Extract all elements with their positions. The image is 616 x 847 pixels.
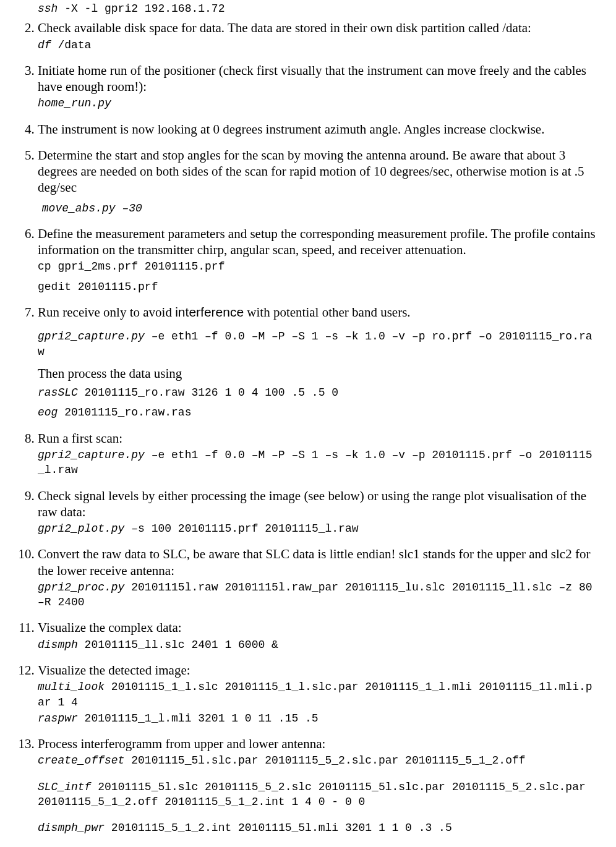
command: raspwr	[38, 712, 78, 725]
command: rasSLC	[38, 386, 78, 399]
code-line: gpri2_capture.py –e eth1 –f 0.0 –M –P –S…	[38, 329, 596, 359]
code-line: cp gpri_2ms.prf 20101115.prf	[38, 259, 596, 274]
list-item: Run a first scan: gpri2_capture.py –e et…	[38, 430, 596, 478]
command: gpri2_proc.py	[38, 581, 124, 594]
code-line: move_abs.py –30	[35, 201, 596, 216]
command: ssh	[38, 2, 58, 15]
command: eog	[38, 406, 58, 419]
code-line: df /data	[38, 38, 596, 53]
item-text: Check available disk space for data. The…	[38, 20, 596, 36]
list-item: ssh -X -l gpri2 192.168.1.72	[38, 1, 596, 16]
code-line: gpri2_plot.py –s 100 20101115.prf 201011…	[38, 521, 596, 536]
list-item: Initiate home run of the positioner (che…	[38, 62, 596, 111]
code-line: SLC_intf 20101115_5l.slc 20101115_5_2.sl…	[38, 780, 596, 810]
code-line: rasSLC 20101115_ro.raw 3126 1 0 4 100 .5…	[38, 385, 596, 400]
item-text: Define the measurement parameters and se…	[38, 226, 596, 258]
item-text: Convert the raw data to SLC, be aware th…	[38, 546, 596, 579]
list-item: Check available disk space for data. The…	[38, 20, 596, 53]
item-text: Check signal levels by either processing…	[38, 488, 596, 521]
list-item: Run receive only to avoid interference w…	[38, 304, 596, 420]
code-line: raspwr 20101115_1_l.mli 3201 1 0 11 .15 …	[38, 711, 596, 726]
item-text: The instrument is now looking at 0 degre…	[38, 121, 596, 137]
command: dismph_pwr	[38, 822, 105, 834]
item-text: Determine the start and stop angles for …	[38, 147, 596, 196]
item-text: Visualize the detected image:	[38, 662, 596, 678]
command: gpri2_capture.py	[38, 330, 145, 343]
code-line: home_run.py	[38, 96, 596, 111]
list-item: Determine the start and stop angles for …	[38, 147, 596, 216]
list-item: Check signal levels by either processing…	[38, 488, 596, 537]
item-text: Process interferogramm from upper and lo…	[38, 736, 596, 752]
code-line: create_offset 20101115_5l.slc.par 201011…	[38, 753, 596, 768]
list-item: Visualize the detected image: multi_look…	[38, 662, 596, 726]
item-text: Run a first scan:	[38, 430, 596, 446]
list-item: Process interferogramm from upper and lo…	[38, 736, 596, 835]
code-line: ssh -X -l gpri2 192.168.1.72	[38, 1, 596, 16]
command: df	[38, 39, 51, 51]
code-line: gedit 20101115.prf	[38, 279, 596, 294]
command: dismph	[38, 639, 78, 651]
code-line: eog 20101115_ro.raw.ras	[38, 405, 596, 420]
instruction-list: ssh -X -l gpri2 192.168.1.72 Check avail…	[20, 1, 596, 836]
command: SLC_intf	[38, 781, 91, 793]
item-text: Run receive only to avoid interference w…	[38, 304, 596, 320]
code-line: multi_look 20101115_1_l.slc 20101115_1_l…	[38, 679, 596, 710]
item-text: Visualize the complex data:	[38, 619, 596, 636]
list-item: Convert the raw data to SLC, be aware th…	[38, 546, 596, 610]
item-text: Initiate home run of the positioner (che…	[38, 62, 596, 95]
command: multi_look	[38, 681, 105, 693]
code-line: dismph 20101115_ll.slc 2401 1 6000 &	[38, 637, 596, 652]
code-line: gpri2_proc.py 20101115l.raw 20101115l.ra…	[38, 580, 596, 610]
command: gpri2_capture.py	[38, 449, 145, 461]
list-item: Define the measurement parameters and se…	[38, 226, 596, 294]
command: gpri2_plot.py	[38, 522, 124, 535]
list-item: The instrument is now looking at 0 degre…	[38, 121, 596, 137]
code-line: gpri2_capture.py –e eth1 –f 0.0 –M –P –S…	[38, 448, 596, 478]
code-line: dismph_pwr 20101115_5_1_2.int 20101115_5…	[38, 820, 596, 835]
list-item: Visualize the complex data: dismph 20101…	[38, 619, 596, 652]
command: create_offset	[38, 754, 124, 767]
sub-text: Then process the data using	[38, 365, 596, 381]
